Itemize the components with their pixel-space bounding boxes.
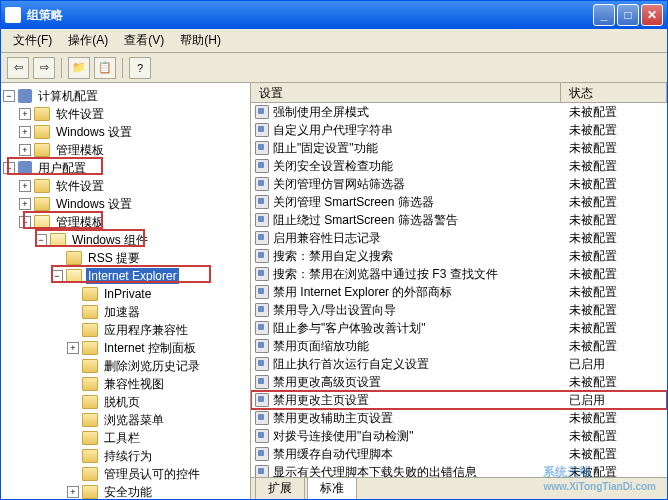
setting-row[interactable]: 对拨号连接使用"自动检测"未被配置 <box>251 427 667 445</box>
window-title: 组策略 <box>27 7 593 24</box>
expand-icon[interactable]: + <box>19 198 31 210</box>
setting-state: 未被配置 <box>561 140 667 157</box>
tree-node-computer-config[interactable]: −计算机配置 <box>3 87 248 105</box>
menu-view[interactable]: 查看(V) <box>116 30 172 51</box>
tree-node-compat[interactable]: 应用程序兼容性 <box>3 321 248 339</box>
collapse-icon[interactable]: − <box>3 90 15 102</box>
setting-row[interactable]: 启用兼容性日志记录未被配置 <box>251 229 667 247</box>
tree-node-compat-view[interactable]: 兼容性视图 <box>3 375 248 393</box>
column-header-state[interactable]: 状态 <box>561 83 667 102</box>
collapse-icon[interactable]: − <box>3 162 15 174</box>
tree-node-windows-settings[interactable]: +Windows 设置 <box>3 123 248 141</box>
tree-node-u-software[interactable]: +软件设置 <box>3 177 248 195</box>
setting-name: 禁用更改高级页设置 <box>273 374 381 391</box>
back-button[interactable]: ⇦ <box>7 57 29 79</box>
folder-icon <box>34 107 50 121</box>
tree-label: 持续行为 <box>102 447 154 466</box>
tree-label: Windows 设置 <box>54 123 134 142</box>
folder-icon <box>34 143 50 157</box>
expand-icon[interactable]: + <box>19 180 31 192</box>
menu-action[interactable]: 操作(A) <box>60 30 116 51</box>
tree-node-inprivate[interactable]: InPrivate <box>3 285 248 303</box>
setting-row[interactable]: 禁用 Internet Explorer 的外部商标未被配置 <box>251 283 667 301</box>
expand-icon[interactable]: + <box>67 342 79 354</box>
help-button[interactable]: ? <box>129 57 151 79</box>
tree-node-win-components[interactable]: −Windows 组件 <box>3 231 248 249</box>
setting-icon <box>255 393 269 407</box>
menu-file[interactable]: 文件(F) <box>5 30 60 51</box>
tree-node-u-windows[interactable]: +Windows 设置 <box>3 195 248 213</box>
setting-row[interactable]: 搜索：禁用自定义搜索未被配置 <box>251 247 667 265</box>
tree-node-rss[interactable]: RSS 提要 <box>3 249 248 267</box>
tree-node-toolbar[interactable]: 工具栏 <box>3 429 248 447</box>
tree-node-u-admin[interactable]: −管理模板 <box>3 213 248 231</box>
setting-row[interactable]: 自定义用户代理字符串未被配置 <box>251 121 667 139</box>
tree-node-admin-templates[interactable]: +管理模板 <box>3 141 248 159</box>
folder-icon <box>34 125 50 139</box>
tab-standard[interactable]: 标准 <box>307 477 357 499</box>
toolbar-separator <box>61 58 62 78</box>
setting-icon <box>255 159 269 173</box>
folder-icon <box>82 449 98 463</box>
setting-state: 已启用 <box>561 392 667 409</box>
setting-icon <box>255 411 269 425</box>
setting-row[interactable]: 禁用页面缩放功能未被配置 <box>251 337 667 355</box>
tree-node-offline[interactable]: 脱机页 <box>3 393 248 411</box>
tree-node-delete-history[interactable]: 删除浏览历史记录 <box>3 357 248 375</box>
setting-row[interactable]: 搜索：禁用在浏览器中通过按 F3 查找文件未被配置 <box>251 265 667 283</box>
tree-label: InPrivate <box>102 286 153 302</box>
folder-open-icon <box>50 233 66 247</box>
menu-help[interactable]: 帮助(H) <box>172 30 229 51</box>
setting-row[interactable]: 禁用更改主页设置已启用 <box>251 391 667 409</box>
tree-label: 工具栏 <box>102 429 142 448</box>
folder-icon <box>82 377 98 391</box>
tree-node-ie-control-panel[interactable]: +Internet 控制面板 <box>3 339 248 357</box>
setting-row[interactable]: 强制使用全屏模式未被配置 <box>251 103 667 121</box>
setting-row[interactable]: 禁用导入/导出设置向导未被配置 <box>251 301 667 319</box>
expand-icon[interactable]: + <box>19 108 31 120</box>
setting-row[interactable]: 禁用更改辅助主页设置未被配置 <box>251 409 667 427</box>
minimize-button[interactable]: _ <box>593 4 615 26</box>
setting-row[interactable]: 显示有关代理脚本下载失败的出错信息未被配置 <box>251 463 667 477</box>
setting-row[interactable]: 阻止参与"客户体验改善计划"未被配置 <box>251 319 667 337</box>
tree-label: 软件设置 <box>54 177 106 196</box>
setting-icon <box>255 303 269 317</box>
collapse-icon[interactable]: − <box>51 270 63 282</box>
tree-node-ie[interactable]: −Internet Explorer <box>3 267 248 285</box>
setting-row[interactable]: 禁用缓存自动代理脚本未被配置 <box>251 445 667 463</box>
settings-list[interactable]: 强制使用全屏模式未被配置自定义用户代理字符串未被配置阻止"固定设置"功能未被配置… <box>251 103 667 477</box>
setting-state: 未被配置 <box>561 428 667 445</box>
properties-button[interactable]: 📋 <box>94 57 116 79</box>
tree-node-browser-menu[interactable]: 浏览器菜单 <box>3 411 248 429</box>
setting-row[interactable]: 关闭安全设置检查功能未被配置 <box>251 157 667 175</box>
tree-label-selected: Internet Explorer <box>86 268 179 284</box>
tab-extended[interactable]: 扩展 <box>255 477 305 499</box>
expand-icon[interactable]: + <box>19 126 31 138</box>
tree-pane[interactable]: −计算机配置 +软件设置 +Windows 设置 +管理模板 −用户配置 +软件… <box>1 83 251 499</box>
collapse-icon[interactable]: − <box>19 216 31 228</box>
tree-node-user-config[interactable]: −用户配置 <box>3 159 248 177</box>
setting-row[interactable]: 关闭管理 SmartScreen 筛选器未被配置 <box>251 193 667 211</box>
forward-button[interactable]: ⇨ <box>33 57 55 79</box>
expand-icon[interactable]: + <box>19 144 31 156</box>
setting-icon <box>255 195 269 209</box>
setting-row[interactable]: 阻止"固定设置"功能未被配置 <box>251 139 667 157</box>
toolbar-separator <box>122 58 123 78</box>
expand-icon[interactable]: + <box>67 486 79 498</box>
setting-row[interactable]: 阻止绕过 SmartScreen 筛选器警告未被配置 <box>251 211 667 229</box>
tree-node-software[interactable]: +软件设置 <box>3 105 248 123</box>
setting-row[interactable]: 阻止执行首次运行自定义设置已启用 <box>251 355 667 373</box>
column-header-setting[interactable]: 设置 <box>251 83 561 102</box>
tree-label: 管理模板 <box>54 141 106 160</box>
setting-row[interactable]: 禁用更改高级页设置未被配置 <box>251 373 667 391</box>
maximize-button[interactable]: □ <box>617 4 639 26</box>
tree-node-persistence[interactable]: 持续行为 <box>3 447 248 465</box>
setting-row[interactable]: 关闭管理仿冒网站筛选器未被配置 <box>251 175 667 193</box>
setting-name: 阻止绕过 SmartScreen 筛选器警告 <box>273 212 458 229</box>
collapse-icon[interactable]: − <box>35 234 47 246</box>
tree-node-admin-controls[interactable]: 管理员认可的控件 <box>3 465 248 483</box>
tree-node-accelerators[interactable]: 加速器 <box>3 303 248 321</box>
up-button[interactable]: 📁 <box>68 57 90 79</box>
tree-node-security[interactable]: +安全功能 <box>3 483 248 499</box>
close-button[interactable]: ✕ <box>641 4 663 26</box>
